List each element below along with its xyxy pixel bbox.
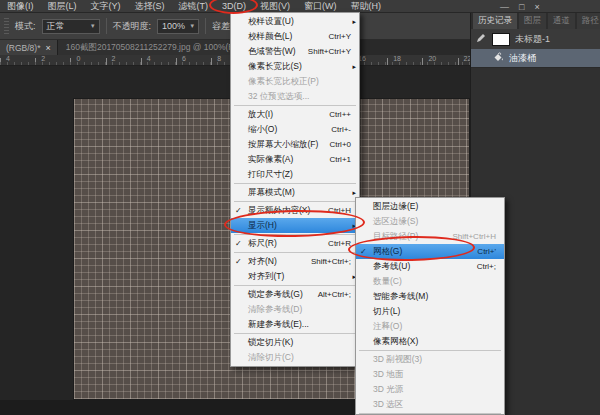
history-entry[interactable]: 油漆桶: [471, 49, 600, 67]
panel-tab-active[interactable]: 历史记录: [473, 13, 517, 29]
show-submenu-item: 3D 选区: [356, 397, 504, 412]
view-menu-item[interactable]: 打印尺寸(Z): [231, 167, 359, 182]
menu-bar-items: 图像(I)图层(L)文字(Y)选择(S)滤镜(T)3D(D)视图(V)窗口(W)…: [0, 0, 388, 13]
view-menu-item[interactable]: 对齐到(T)▸: [231, 269, 359, 284]
history-entry-label: 未标题-1: [515, 33, 550, 46]
options-bar-grip[interactable]: [4, 18, 9, 34]
options-divider: [205, 18, 206, 34]
menubar-item[interactable]: 3D(D): [215, 0, 253, 13]
menu-separator: [234, 234, 356, 235]
options-divider: [106, 18, 107, 34]
history-source-column[interactable]: [475, 33, 487, 45]
menu-item-shortcut: Ctrl+': [471, 247, 496, 256]
view-menu-item[interactable]: ✓对齐(N)Shift+Ctrl+;: [231, 254, 359, 269]
show-submenu-item[interactable]: 智能参考线(M): [356, 289, 504, 304]
menu-item-shortcut: Ctrl+Y: [323, 32, 351, 41]
menu-item-label: 屏幕模式(M): [248, 187, 295, 199]
document-tab-inactive[interactable]: 160截图20170508211252279.jpg @ 100%(R: [57, 40, 243, 55]
show-submenu-item: 注释(O): [356, 319, 504, 334]
menubar-item[interactable]: 帮助(H): [344, 0, 389, 13]
menubar-item[interactable]: 选择(S): [128, 0, 172, 13]
menu-item-label: 注释(O): [373, 321, 402, 333]
menubar-item[interactable]: 窗口(W): [297, 0, 344, 13]
menu-separator: [234, 201, 356, 202]
show-submenu-item: 数量(C): [356, 274, 504, 289]
menu-item-label: 3D 副视图(3): [373, 354, 422, 366]
menu-item-shortcut: Ctrl+H: [322, 206, 351, 215]
close-tab-icon[interactable]: ×: [45, 43, 50, 53]
menu-item-label: 图层边缘(E): [373, 201, 418, 213]
panel-tab-inactive[interactable]: 通道: [548, 13, 575, 29]
ruler-number: 8: [217, 55, 221, 62]
photoshop-window: 图像(I)图层(L)文字(Y)选择(S)滤镜(T)3D(D)视图(V)窗口(W)…: [0, 0, 600, 415]
view-menu-item[interactable]: 显示(H)▸: [231, 218, 359, 233]
show-submenu-item[interactable]: 切片(L): [356, 304, 504, 319]
menubar-item[interactable]: 图像(I): [0, 0, 41, 13]
show-submenu-item: 3D 光源: [356, 382, 504, 397]
show-submenu-item[interactable]: 像素网格(X): [356, 334, 504, 349]
menu-item-label: 目标路径(P): [373, 231, 418, 243]
show-submenu-item: 3D 地面: [356, 367, 504, 382]
menu-item-label: 色域警告(W): [248, 46, 296, 58]
view-menu-item[interactable]: 锁定切片(K): [231, 335, 359, 350]
view-menu-item[interactable]: 校样设置(U)▸: [231, 14, 359, 29]
view-menu-item[interactable]: 屏幕模式(M)▸: [231, 185, 359, 200]
menu-item-label: 锁定参考线(G): [248, 289, 303, 301]
view-menu-item[interactable]: 像素长宽比(S)▸: [231, 59, 359, 74]
ruler-number: 4: [6, 55, 10, 62]
minimize-button[interactable]: —: [500, 2, 509, 12]
show-submenu-item[interactable]: 参考线(U)Ctrl+;: [356, 259, 504, 274]
menu-item-label: 像素长宽比(S): [248, 61, 302, 73]
show-submenu-item[interactable]: ✓网格(G)Ctrl+': [356, 244, 504, 259]
view-menu-item[interactable]: ✓标尺(R)Ctrl+R: [231, 236, 359, 251]
opacity-label: 不透明度:: [113, 20, 152, 33]
view-menu-item[interactable]: 放大(I)Ctrl++: [231, 107, 359, 122]
maximize-button[interactable]: □: [519, 2, 524, 12]
ruler-number: 2: [41, 55, 45, 62]
history-entry-label: 油漆桶: [509, 52, 536, 65]
close-button[interactable]: ×: [534, 2, 539, 12]
checkmark-icon: ✓: [235, 206, 242, 215]
paint-bucket-icon: [492, 51, 504, 65]
document-tab-active[interactable]: (RGB/8)* ×: [0, 40, 57, 55]
menu-item-label: 参考线(U): [373, 261, 410, 273]
window-controls: — □ ×: [500, 0, 540, 13]
menu-item-shortcut: Shift+Ctrl+H: [446, 232, 496, 241]
menu-separator: [234, 252, 356, 253]
menu-item-label: 实际像素(A): [248, 154, 293, 166]
show-submenu-item: 选区边缘(S): [356, 214, 504, 229]
view-menu-item: 32 位预览选项...: [231, 89, 359, 104]
view-menu-item[interactable]: 按屏幕大小缩放(F)Ctrl+0: [231, 137, 359, 152]
ruler-number: 4: [147, 55, 151, 62]
menu-item-label: 校样颜色(L): [248, 31, 292, 43]
menu-separator: [234, 183, 356, 184]
checkmark-icon: ✓: [235, 239, 242, 248]
view-menu-item[interactable]: 新建参考线(E)...: [231, 317, 359, 332]
panel-tab-inactive[interactable]: 路径: [577, 13, 600, 29]
menu-item-label: 对齐到(T): [248, 271, 284, 283]
view-menu-item[interactable]: ✓显示额外内容(X)Ctrl+H: [231, 203, 359, 218]
panel-tabs: 历史记录图层通道路径: [471, 13, 600, 29]
blend-mode-dropdown[interactable]: 正常 ▾: [42, 19, 100, 34]
menu-item-shortcut: Ctrl++: [323, 110, 351, 119]
history-entry[interactable]: 未标题-1: [471, 29, 600, 49]
opacity-dropdown[interactable]: 100% ▾: [157, 19, 199, 34]
view-menu-item[interactable]: 缩小(O)Ctrl+-: [231, 122, 359, 137]
menu-item-label: 选区边缘(S): [373, 216, 418, 228]
menu-item-label: 网格(G): [373, 246, 402, 258]
view-menu-item[interactable]: 色域警告(W)Shift+Ctrl+Y: [231, 44, 359, 59]
ruler-number: 20: [428, 55, 436, 62]
menubar-item[interactable]: 滤镜(T): [172, 0, 216, 13]
menu-item-label: 切片(L): [373, 306, 400, 318]
show-submenu-item[interactable]: 图层边缘(E): [356, 199, 504, 214]
view-menu-item[interactable]: 锁定参考线(G)Alt+Ctrl+;: [231, 287, 359, 302]
menubar-item[interactable]: 文字(Y): [84, 0, 128, 13]
panel-tab-inactive[interactable]: 图层: [519, 13, 546, 29]
view-menu-item: 清除参考线(D): [231, 302, 359, 317]
view-menu-item[interactable]: 实际像素(A)Ctrl+1: [231, 152, 359, 167]
menu-item-label: 对齐(N): [248, 256, 277, 268]
menubar-item[interactable]: 视图(V): [253, 0, 297, 13]
view-menu-item[interactable]: 校样颜色(L)Ctrl+Y: [231, 29, 359, 44]
menubar-item[interactable]: 图层(L): [41, 0, 84, 13]
menu-item-shortcut: Shift+Ctrl+;: [305, 257, 351, 266]
